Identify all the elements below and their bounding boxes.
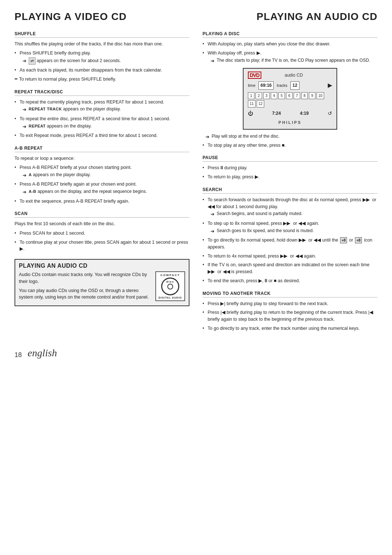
list-item: To step up to 8x normal speed, press ▶▶ … [203,220,377,235]
ab-repeat-intro: To repeat or loop a sequence: [15,155,189,162]
track-11: 11 [248,100,256,108]
logo-disc: disc [161,278,179,295]
arrow-icon: ➔ [211,57,215,65]
track-2: 2 [256,92,262,100]
philips-logo: PHILIPS [248,119,332,126]
list-item: To stop play at any other time, press ■. [203,142,377,149]
arrow-icon: ➔ [23,106,26,113]
tracks-label: tracks [277,82,287,89]
section-scan: Scan Plays the first 10 seconds of each … [15,211,189,252]
arrow-icon: ➔ [205,133,209,141]
page-number: 18 [15,351,22,359]
page-header: Playing a Video CD Playing an Audio CD [15,11,377,23]
search-title: Search [203,187,377,194]
shuffle-icon: ⇌ [29,57,36,65]
arrow-icon: ➔ [211,211,215,218]
track-7: 7 [294,92,300,100]
list-item: To repeat the currently playing track, p… [15,99,189,113]
fast-forward-icon: »8 [340,237,347,243]
arrow-icon: ➔ [23,57,26,65]
time-value: 69:16 [258,81,274,90]
track-9: 9 [309,92,315,100]
list-item: Press A-B REPEAT briefly again at your c… [15,181,189,195]
left-column: Shuffle This shuffles the playing order … [15,31,189,339]
list-item: •To return to normal play, press SHUFFLE… [15,76,189,83]
moving-track-title: Moving to Another Track [203,291,377,297]
section-search: Search To search forwards or backwards t… [203,187,377,284]
arrow-icon: ➔ [23,172,26,179]
list-item: With Autoplay on, play starts when you c… [203,41,377,48]
logo-disc-center [167,284,173,289]
time-label: time [248,82,256,89]
pause-title: Pause [203,155,377,162]
list-item: Press A-B REPEAT briefly at your chosen … [15,164,189,179]
list-item: Press SHUFFLE briefly during play. ➔ ⇌ a… [15,50,189,65]
arrow-icon: ➔ [23,189,26,196]
list-item: To end the search, press ▶, II or ■ as d… [203,278,377,284]
page-title-right: Playing an Audio CD [257,11,377,23]
list-item: To go directly to 8x normal speed, hold … [203,237,377,251]
repeat-title: Repeat Track/Disc [15,89,189,96]
scan-intro: Plays the first 10 seconds of each title… [15,220,189,227]
page-language: english [28,347,57,359]
list-item: As each track is played, its number disa… [15,67,189,74]
track-grid: 1 2 3 4 5 6 7 8 9 10 11 12 [248,92,332,108]
list-item: To exit the sequence, press A-B REPEAT b… [15,198,189,205]
list-item: To return to 4x normal speed, press ▶▶ o… [203,253,377,260]
audio-cd-label: audio CD [285,72,303,79]
track-5: 5 [278,92,285,100]
arrow-icon: ➔ [23,123,26,130]
scan-title: Scan [15,211,189,218]
section-shuffle: Shuffle This shuffles the playing order … [15,31,189,83]
playing-disc-title: Playing a Disc [203,31,377,38]
track-8: 8 [301,92,308,100]
list-item: To continue play at your chosen title, p… [15,239,189,253]
repeat-icon: ↺ [328,110,332,118]
tracks-value: 12 [290,81,299,90]
dvd-logo: DVD [248,72,261,79]
shuffle-intro: This shuffles the playing order of the t… [15,41,189,48]
track-10: 10 [317,92,324,100]
cd-display: DVD audio CD time 69:16 tracks 12 ▶ 1 2 [243,68,337,130]
section-playing-a-disc: Playing a Disc With Autoplay on, play st… [203,31,377,149]
logo-disc-text: disc [166,280,174,283]
list-item: To exit Repeat mode, press REPEAT a thir… [15,132,189,139]
track-1: 1 [248,92,254,100]
logo-text-compact: COMPACT [160,274,180,277]
playing-audio-cd-box-title: Playing An Audio CD [19,263,185,269]
track-time: 4:19 [300,110,309,117]
shuffle-title: Shuffle [15,31,189,38]
track-3: 3 [263,92,270,100]
play-button-display: ▶ [328,81,332,90]
list-item: To return to play, press ▶. [203,174,377,181]
list-item: With Autoplay off, press ▶. ➔ The disc s… [203,50,377,64]
arrow-icon: ➔ [211,228,215,235]
ab-repeat-title: A-B Repeat [15,146,189,152]
section-ab-repeat: A-B Repeat To repeat or loop a sequence:… [15,146,189,205]
logo-digital-audio: DIGITAL AUDIO [159,296,182,299]
page-footer: 18 english [15,347,377,359]
list-item: Press |◀ briefly during play to return t… [203,309,377,323]
list-item: If the TV is on, search speed and direct… [203,262,377,275]
track-12: 12 [257,100,264,108]
right-column: Playing a Disc With Autoplay on, play st… [203,31,377,339]
track-6: 6 [286,92,293,100]
rewind-icon: «8 [355,237,362,243]
page-title-left: Playing a Video CD [15,11,127,23]
power-icon: ⏻ [248,110,253,118]
list-item: Press SCAN for about 1 second. [15,230,189,237]
list-item: To search forwards or backwards through … [203,197,377,218]
section-moving-track: Moving to Another Track Press ▶| briefly… [203,291,377,332]
compact-disc-logo: COMPACT disc DIGITAL AUDIO [155,271,185,301]
section-repeat-track-disc: Repeat Track/Disc To repeat the currentl… [15,89,189,139]
list-item: Press II during play. [203,165,377,171]
section-pause: Pause Press II during play. To return to… [203,155,377,181]
list-item: To repeat the entire disc, press REPEAT … [15,116,189,130]
track-4: 4 [271,92,277,100]
bottom-time: 7:24 [272,110,281,117]
playing-audio-cd-box: Playing An Audio CD COMPACT disc DIGITAL… [15,259,189,306]
list-item: Press ▶| briefly during play to step for… [203,300,377,307]
list-item: To go directly to any track, enter the t… [203,325,377,332]
